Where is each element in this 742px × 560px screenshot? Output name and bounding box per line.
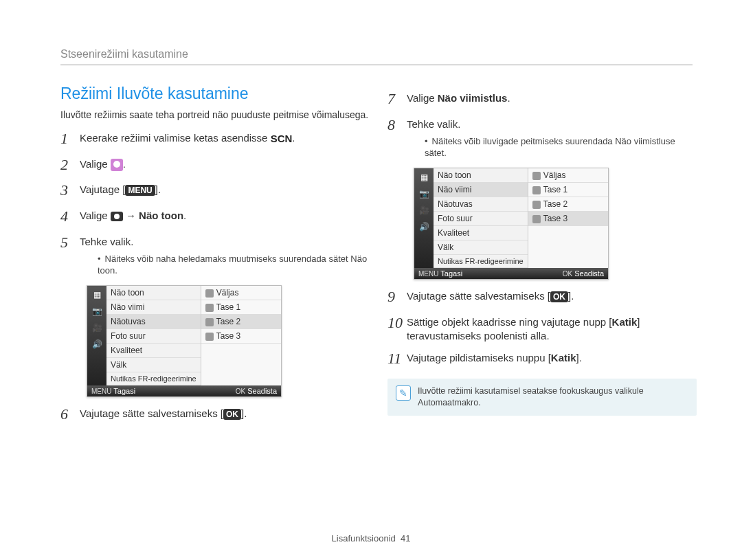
step-bold: Katik	[551, 352, 576, 363]
step-text: Vajutage sätte salvestamiseks [	[407, 290, 550, 302]
step-text: Vajutage pildistamiseks nuppu [	[407, 352, 551, 363]
step-7: 7 Valige Näo viimistlus.	[387, 89, 697, 109]
step-6: 6 Vajutage sätte salvestamiseks [OK].	[60, 404, 370, 425]
note-text: Iluvõtte režiimi kasutamisel seatakse fo…	[418, 385, 688, 409]
lcd-back: Tagasi	[113, 387, 135, 395]
video-icon: 🎥	[91, 322, 103, 334]
step-1: 1 Keerake režiimi valimise ketas asendis…	[60, 128, 370, 149]
step-10: 10 Sättige objekt kaadrisse ning vajutag…	[387, 313, 697, 344]
step-number: 9	[387, 287, 407, 307]
lcd-menu-label: MENU	[91, 388, 111, 395]
sound-icon: 🔊	[91, 338, 103, 350]
level-icon	[532, 215, 541, 223]
arrow-text: →	[123, 210, 139, 221]
level-icon	[205, 289, 214, 298]
lcd-side-icons: ▦ 📷 🎥 🔊	[87, 286, 106, 385]
lcd-menu-item: Nutikas FR-redigeerimine	[434, 255, 528, 268]
lcd-menu-item: Näo toon	[434, 168, 528, 183]
lcd-menu-item: Näo toon	[106, 286, 201, 300]
lcd-option-item: Väljas	[528, 168, 608, 183]
step-number: 5	[60, 232, 80, 253]
step-number: 10	[387, 313, 407, 333]
step-number: 2	[60, 155, 80, 175]
step-text: Vajutage [	[80, 183, 125, 195]
step-11: 11 Vajutage pildistamiseks nuppu [Katik]…	[387, 348, 697, 369]
lcd-menu-item: Välk	[434, 240, 528, 255]
page-header: Stseenirežiimi kasutamine	[60, 48, 693, 65]
lcd-screenshot-1: ▦ 📷 🎥 🔊 Näo toonNäo viimiNäotuvasFoto su…	[87, 285, 282, 397]
lcd-footer: MENU Tagasi OK Seadista	[87, 385, 281, 396]
sen-icon: ▦	[418, 171, 430, 183]
step-text: .	[507, 92, 510, 104]
lcd-menu-item: Nutikas FR-redigeerimine	[106, 372, 201, 385]
step-number: 1	[60, 128, 80, 149]
step-number: 7	[387, 89, 407, 109]
footer-label: Lisafunktsioonid	[332, 533, 396, 544]
lcd-menu-list: Näo toonNäo viimiNäotuvasFoto suurKvalit…	[434, 168, 528, 268]
lcd-option-item: Tase 1	[201, 300, 281, 315]
step-2: 2 Valige .	[60, 155, 370, 175]
lcd-footer: MENU Tagasi OK Seadista	[414, 268, 608, 279]
lcd-menu-item: Foto suur	[106, 329, 201, 344]
step-text: ].	[241, 407, 247, 419]
lcd-options-list: VäljasTase 1Tase 2Tase 3	[528, 168, 608, 268]
lcd-menu-list: Näo toonNäo viimiNäotuvasFoto suurKvalit…	[106, 286, 201, 385]
lcd-menu-item: Välk	[106, 358, 201, 372]
footer-page-number: 41	[401, 533, 410, 544]
lcd-back: Tagasi	[440, 269, 462, 278]
lcd-option-item: Tase 2	[528, 197, 608, 212]
lcd-menu-item: Näotuvas	[106, 315, 201, 329]
step-text: Valige	[80, 158, 111, 170]
portrait-icon	[111, 159, 123, 171]
lcd-options-list: VäljasTase 1Tase 2Tase 3	[201, 286, 281, 385]
step-9: 9 Vajutage sätte salvestamiseks [OK].	[387, 287, 697, 307]
lcd-set: Seadista	[247, 387, 277, 395]
ok-button-label: OK	[223, 409, 241, 420]
lcd-ok-label: OK	[563, 270, 572, 278]
lcd-option-item: Tase 3	[201, 329, 281, 344]
step-text: Tehke valik.	[407, 118, 460, 130]
sen-icon: ▦	[91, 289, 103, 301]
step-text: Tehke valik.	[80, 236, 133, 247]
lcd-side-icons: ▦ 📷 🎥 🔊	[414, 168, 434, 268]
note-box: ✎ Iluvõtte režiimi kasutamisel seatakse …	[387, 379, 697, 416]
lcd-menu-item: Näo viimi	[106, 300, 201, 315]
section-title: Režiimi Iluvõte kasutamine	[60, 85, 370, 103]
lcd-set: Seadista	[574, 269, 604, 278]
lcd-menu-item: Foto suur	[434, 212, 528, 226]
sound-icon: 🔊	[418, 221, 430, 233]
step-sub: Näiteks võib iluvigade peitmiseks suuren…	[425, 135, 697, 159]
step-number: 3	[60, 180, 80, 201]
lcd-option-item: Väljas	[201, 286, 281, 300]
lcd-option-item: Tase 2	[201, 315, 281, 329]
lcd-menu-item: Näo viimi	[434, 183, 528, 197]
step-5: 5 Tehke valik. Näiteks võib naha heledam…	[60, 232, 370, 280]
camera-icon	[111, 212, 123, 221]
step-sub: Näiteks võib naha heledamaks muutmiseks …	[98, 253, 370, 277]
step-bold: Näo viimistlus	[438, 92, 508, 104]
step-text: .	[123, 158, 126, 170]
right-column: 7 Valige Näo viimistlus. 8 Tehke valik. …	[387, 85, 697, 430]
step-text: ].	[155, 183, 161, 195]
camera-icon: 📷	[418, 188, 430, 200]
step-text: Sättige objekt kaadrisse ning vajutage n…	[407, 316, 612, 328]
camera-icon: 📷	[91, 305, 103, 317]
lcd-menu-label: MENU	[418, 270, 438, 278]
step-4: 4 Valige → Näo toon.	[60, 206, 370, 227]
lcd-menu-item: Näotuvas	[434, 197, 528, 212]
info-icon: ✎	[396, 385, 411, 401]
step-text: ].	[576, 352, 582, 363]
step-text: Vajutage sätte salvestamiseks [	[80, 407, 223, 419]
step-number: 4	[60, 206, 80, 227]
lcd-option-item: Tase 1	[528, 183, 608, 197]
page-footer: Lisafunktsioonid 41	[0, 533, 742, 544]
step-bold: Näo toon	[139, 210, 183, 221]
lcd-menu-item: Kvaliteet	[106, 344, 201, 358]
step-text: .	[183, 210, 186, 221]
lcd-ok-label: OK	[236, 388, 245, 395]
section-intro: Iluvõtte režiimis saate teha portreid nä…	[60, 109, 370, 122]
level-icon	[532, 172, 541, 180]
step-8: 8 Tehke valik. Näiteks võib iluvigade pe…	[387, 115, 697, 162]
step-number: 6	[60, 404, 80, 425]
level-icon	[205, 318, 214, 326]
